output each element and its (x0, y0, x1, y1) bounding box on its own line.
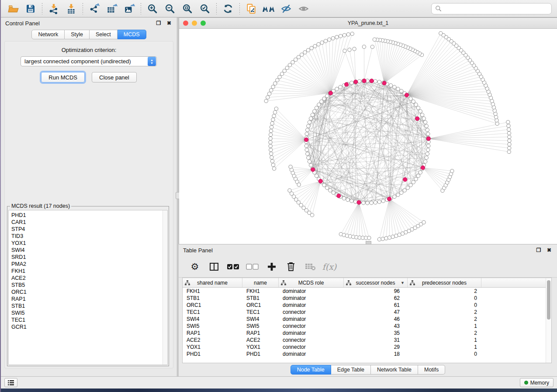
network-node[interactable] (307, 156, 310, 159)
network-node[interactable] (495, 119, 498, 122)
network-node-dominator[interactable] (382, 81, 386, 85)
network-node[interactable] (280, 72, 284, 76)
network-node[interactable] (307, 124, 310, 128)
network-node[interactable] (508, 143, 511, 146)
mcds-result-list[interactable]: PHD1CAR1STP4TID3YOX1SWI4SRD1PMA2FKH1ACE2… (8, 210, 168, 365)
network-node[interactable] (339, 34, 343, 38)
create-column-button[interactable] (264, 259, 279, 274)
tab-mcds[interactable]: MCDS (118, 30, 146, 39)
list-item[interactable]: RAP1 (11, 296, 165, 303)
network-node[interactable] (269, 137, 272, 140)
network-node[interactable] (270, 89, 273, 92)
network-node-dominator[interactable] (362, 79, 366, 83)
network-node[interactable] (339, 85, 342, 89)
table-row[interactable]: SWI5SWI5connector431 (183, 323, 551, 330)
network-node[interactable] (308, 160, 311, 163)
network-node[interactable] (297, 183, 301, 186)
network-node[interactable] (271, 118, 275, 121)
mcds-list-scrollbar[interactable] (163, 210, 167, 364)
network-node[interactable] (414, 177, 418, 181)
show-all-button[interactable] (295, 2, 312, 16)
tab-network[interactable]: Network (31, 30, 65, 39)
network-node[interactable] (412, 180, 415, 184)
network-node-dominator[interactable] (357, 200, 361, 204)
optimization-criterion-select[interactable]: largest connected component (undirected)… (21, 56, 157, 66)
network-node[interactable] (377, 237, 381, 241)
network-node-dominator[interactable] (329, 91, 332, 95)
network-node[interactable] (300, 53, 304, 56)
table-row[interactable]: ORC1ORC1dominator610 (183, 302, 551, 309)
network-node-dominator[interactable] (403, 178, 407, 182)
list-item[interactable]: PMA2 (11, 261, 165, 268)
network-node[interactable] (278, 75, 281, 79)
canvas-splitter-grip[interactable] (366, 241, 371, 244)
hide-selected-button[interactable] (277, 2, 295, 16)
network-node[interactable] (362, 45, 366, 48)
network-node[interactable] (322, 183, 326, 187)
clone-network-button[interactable] (242, 2, 260, 16)
network-node[interactable] (309, 163, 312, 167)
network-node[interactable] (358, 79, 361, 83)
network-node[interactable] (329, 189, 332, 192)
network-node[interactable] (427, 144, 430, 148)
network-node[interactable] (400, 191, 403, 194)
network-node[interactable] (311, 213, 314, 217)
close-panel-button-mcds[interactable]: Close panel (92, 72, 137, 83)
first-neighbors-button[interactable] (260, 2, 277, 16)
close-panel-button[interactable]: ✖ (166, 20, 173, 27)
network-node-dominator[interactable] (415, 117, 419, 120)
network-node[interactable] (367, 236, 371, 240)
network-node[interactable] (346, 198, 349, 201)
tab-motifs[interactable]: Motifs (418, 365, 445, 375)
table-row[interactable]: PHD1PHD1dominator180 (183, 351, 551, 358)
refresh-button[interactable] (219, 2, 237, 16)
network-node[interactable] (310, 46, 313, 50)
network-node[interactable] (270, 152, 273, 155)
run-mcds-button[interactable]: Run MCDS (41, 72, 85, 83)
network-node[interactable] (269, 133, 273, 136)
network-node[interactable] (381, 199, 385, 203)
network-node[interactable] (373, 38, 376, 41)
network-node[interactable] (391, 235, 394, 238)
sort-indicator-icon[interactable]: ▼ (401, 281, 405, 285)
network-node[interactable] (423, 120, 427, 124)
network-node[interactable] (305, 132, 308, 136)
network-node[interactable] (311, 113, 314, 117)
zoom-selected-button[interactable] (196, 2, 214, 16)
tab-network-table[interactable]: Network Table (371, 365, 418, 375)
network-node[interactable] (305, 152, 309, 155)
network-node[interactable] (317, 42, 320, 46)
select-all-columns-button[interactable] (226, 259, 241, 274)
list-item[interactable]: ORC1 (11, 289, 165, 296)
network-node[interactable] (403, 189, 406, 192)
network-node[interactable] (315, 106, 318, 110)
network-node[interactable] (394, 234, 398, 237)
network-node[interactable] (313, 45, 317, 48)
network-node[interactable] (422, 117, 426, 120)
network-node[interactable] (271, 163, 275, 167)
search-input[interactable] (444, 5, 548, 12)
network-node[interactable] (507, 150, 511, 154)
network-node[interactable] (388, 236, 391, 239)
delete-column-button[interactable] (284, 259, 298, 274)
list-item[interactable]: SRD1 (11, 254, 165, 261)
network-node-dominator[interactable] (318, 179, 322, 183)
network-node[interactable] (370, 201, 373, 205)
vertical-splitter[interactable] (177, 17, 179, 376)
network-node[interactable] (322, 97, 326, 100)
network-node[interactable] (272, 167, 276, 170)
table-row[interactable]: YOX1YOX1connector291 (183, 344, 551, 351)
float-table-panel-button[interactable]: ❐ (535, 247, 542, 254)
network-node[interactable] (309, 117, 312, 120)
network-node[interactable] (406, 186, 409, 189)
network-node[interactable] (396, 87, 400, 91)
network-node-dominator[interactable] (370, 79, 374, 83)
network-node[interactable] (419, 110, 422, 113)
network-node[interactable] (288, 189, 291, 192)
network-node[interactable] (273, 82, 277, 85)
table-row[interactable]: ACE2ACE2connector311 (183, 337, 551, 344)
node-layer[interactable] (264, 31, 511, 241)
network-node[interactable] (317, 103, 321, 107)
network-node[interactable] (370, 45, 374, 48)
network-node[interactable] (414, 103, 418, 107)
